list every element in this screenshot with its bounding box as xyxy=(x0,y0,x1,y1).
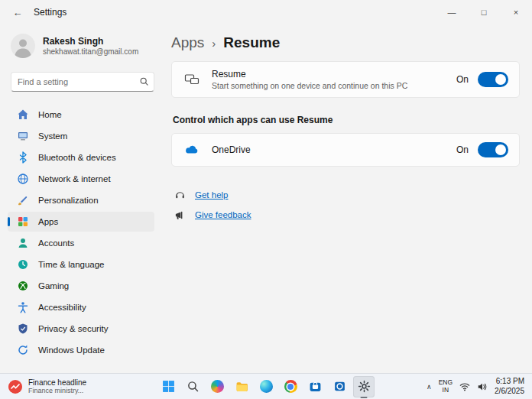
window-controls: — □ × xyxy=(436,0,532,24)
language-region: IN xyxy=(439,387,453,394)
sidebar-item-label: Accounts xyxy=(38,238,74,248)
onedrive-setting-card: OneDrive On xyxy=(171,133,520,167)
sidebar-item-label: Home xyxy=(38,110,62,119)
outlook-button[interactable] xyxy=(329,376,350,397)
sidebar-item-home[interactable]: Home xyxy=(8,105,154,125)
onedrive-toggle[interactable] xyxy=(478,142,508,157)
back-button[interactable]: ← xyxy=(6,3,29,21)
sidebar-nav: Home System Bluetooth & devices Network … xyxy=(8,104,162,361)
maximize-button[interactable]: □ xyxy=(468,0,500,24)
minimize-button[interactable]: — xyxy=(436,0,468,24)
news-widget-icon xyxy=(8,379,23,394)
home-icon xyxy=(17,109,29,121)
windows-update-icon xyxy=(17,344,29,356)
time-language-icon xyxy=(17,258,29,271)
wifi-icon[interactable] xyxy=(459,381,470,392)
sidebar-item-gaming[interactable]: Gaming xyxy=(8,276,154,296)
onedrive-icon xyxy=(184,142,200,157)
get-help-row: Get help xyxy=(174,188,520,202)
chevron-right-icon: › xyxy=(212,37,216,50)
user-profile[interactable]: Rakesh Singh shekhawat.titan@gmail.com xyxy=(11,31,162,61)
copilot-icon xyxy=(211,380,224,393)
sidebar-item-label: Gaming xyxy=(38,281,69,290)
give-feedback-row: Give feedback xyxy=(174,208,520,222)
sidebar-item-apps[interactable]: Apps xyxy=(8,212,154,232)
sidebar-item-network-internet[interactable]: Network & internet xyxy=(8,169,154,189)
system-tray: ∧ ENG IN 6:13 PM 2/6/2025 xyxy=(427,374,529,399)
windows-logo-icon xyxy=(162,380,175,393)
store-button[interactable] xyxy=(304,376,326,397)
resume-description: Start something on one device and contin… xyxy=(212,81,407,90)
onedrive-text: OneDrive xyxy=(212,144,251,155)
resume-setting-card: Resume Start something on one device and… xyxy=(171,61,520,98)
settings-window: ← Settings — □ × Rakesh Singh shekhawat.… xyxy=(0,0,532,24)
file-explorer-icon xyxy=(235,380,248,393)
breadcrumb: Apps › Resume xyxy=(171,31,520,55)
chrome-button[interactable] xyxy=(280,376,301,397)
section-title: Control which apps can use Resume xyxy=(173,115,520,125)
clock[interactable]: 6:13 PM 2/6/2025 xyxy=(495,377,524,396)
outlook-icon xyxy=(333,380,346,393)
back-icon: ← xyxy=(13,7,23,18)
sidebar-item-label: Bluetooth & devices xyxy=(38,153,116,162)
sidebar-item-label: Personalization xyxy=(38,196,99,205)
breadcrumb-apps[interactable]: Apps xyxy=(171,34,204,51)
edge-button[interactable] xyxy=(255,376,277,397)
onedrive-title: OneDrive xyxy=(212,144,251,155)
get-help-link[interactable]: Get help xyxy=(195,190,228,200)
resume-toggle-state: On xyxy=(456,74,469,85)
start-button[interactable] xyxy=(157,376,179,397)
gaming-icon xyxy=(17,280,29,292)
avatar xyxy=(11,34,35,58)
resume-title: Resume xyxy=(212,69,407,79)
tray-chevron-icon[interactable]: ∧ xyxy=(427,383,432,391)
bluetooth-icon xyxy=(17,151,29,164)
taskbar-search-button[interactable] xyxy=(182,376,203,397)
onedrive-toggle-state: On xyxy=(456,144,469,155)
close-button[interactable]: × xyxy=(500,0,532,24)
help-links: Get help Give feedback xyxy=(171,188,520,222)
accessibility-icon xyxy=(17,301,29,313)
sidebar-item-label: Accessibility xyxy=(38,303,86,312)
language-indicator[interactable]: ENG IN xyxy=(439,379,453,394)
sidebar-item-time-language[interactable]: Time & language xyxy=(8,255,154,274)
sidebar-item-label: System xyxy=(38,131,67,141)
sidebar-item-privacy-security[interactable]: Privacy & security xyxy=(8,319,154,339)
sidebar-item-bluetooth-devices[interactable]: Bluetooth & devices xyxy=(8,148,154,167)
volume-icon[interactable] xyxy=(477,381,488,392)
sidebar-item-windows-update[interactable]: Windows Update xyxy=(8,340,154,360)
widget-text: Finance headline Finance ministry... xyxy=(28,378,86,394)
edge-icon xyxy=(260,380,273,393)
accounts-icon xyxy=(17,237,29,249)
titlebar: ← Settings — □ × xyxy=(0,0,532,24)
store-icon xyxy=(309,380,322,393)
resume-icon xyxy=(184,72,200,87)
search-icon xyxy=(139,76,149,86)
user-name: Rakesh Singh xyxy=(43,36,138,47)
sidebar-item-accounts[interactable]: Accounts xyxy=(8,233,154,253)
sidebar-item-accessibility[interactable]: Accessibility xyxy=(8,297,154,317)
give-feedback-link[interactable]: Give feedback xyxy=(195,210,251,219)
give-feedback-icon xyxy=(174,209,186,221)
search-input[interactable] xyxy=(11,72,154,92)
sidebar-item-system[interactable]: System xyxy=(8,126,154,146)
widget-subline: Finance ministry... xyxy=(28,387,86,394)
copilot-button[interactable] xyxy=(206,376,228,397)
tray-date: 2/6/2025 xyxy=(495,387,524,397)
resume-text: Resume Start something on one device and… xyxy=(212,69,407,90)
sidebar-item-label: Time & language xyxy=(38,260,105,269)
resume-control: On xyxy=(456,72,508,87)
widgets-button[interactable]: Finance headline Finance ministry... xyxy=(3,376,91,397)
settings-taskbar-button[interactable] xyxy=(353,376,375,397)
network-icon xyxy=(17,173,29,185)
sidebar-item-label: Apps xyxy=(38,217,58,226)
personalization-icon xyxy=(17,194,29,206)
chrome-icon xyxy=(284,380,297,393)
resume-toggle[interactable] xyxy=(478,72,508,87)
file-explorer-button[interactable] xyxy=(231,376,252,397)
user-email: shekhawat.titan@gmail.com xyxy=(43,47,138,56)
privacy-icon xyxy=(17,323,29,335)
apps-icon xyxy=(17,216,29,228)
sidebar-item-personalization[interactable]: Personalization xyxy=(8,190,154,210)
sidebar-item-label: Privacy & security xyxy=(38,324,108,333)
